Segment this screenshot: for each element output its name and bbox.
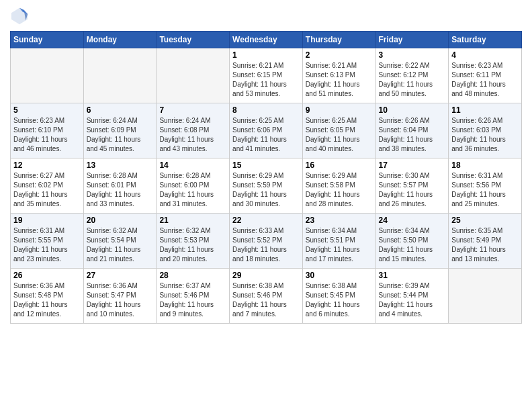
weekday-header-monday: Monday <box>83 32 157 48</box>
day-info: Sunrise: 6:24 AM Sunset: 6:09 PM Dayligh… <box>87 116 154 154</box>
calendar-cell: 17Sunrise: 6:30 AM Sunset: 5:57 PM Dayli… <box>375 158 449 214</box>
day-info: Sunrise: 6:29 AM Sunset: 5:58 PM Dayligh… <box>306 171 373 209</box>
day-info: Sunrise: 6:34 AM Sunset: 5:50 PM Dayligh… <box>379 226 446 264</box>
calendar-cell: 27Sunrise: 6:36 AM Sunset: 5:47 PM Dayli… <box>83 269 157 324</box>
calendar-cell: 8Sunrise: 6:25 AM Sunset: 6:06 PM Daylig… <box>230 103 303 158</box>
day-number: 1 <box>232 50 300 60</box>
week-row-4: 19Sunrise: 6:31 AM Sunset: 5:55 PM Dayli… <box>11 214 522 269</box>
week-row-5: 26Sunrise: 6:36 AM Sunset: 5:48 PM Dayli… <box>11 269 522 324</box>
day-info: Sunrise: 6:37 AM Sunset: 5:46 PM Dayligh… <box>159 281 226 319</box>
calendar-cell: 31Sunrise: 6:39 AM Sunset: 5:44 PM Dayli… <box>375 269 449 324</box>
day-number: 15 <box>232 161 300 170</box>
weekday-header-tuesday: Tuesday <box>157 32 230 48</box>
day-number: 18 <box>451 161 519 170</box>
day-number: 2 <box>306 50 373 60</box>
week-row-1: 1Sunrise: 6:21 AM Sunset: 6:15 PM Daylig… <box>11 48 522 103</box>
day-number: 7 <box>159 105 226 115</box>
day-number: 12 <box>13 161 81 170</box>
day-info: Sunrise: 6:27 AM Sunset: 6:02 PM Dayligh… <box>13 171 81 209</box>
calendar-cell: 14Sunrise: 6:28 AM Sunset: 6:00 PM Dayli… <box>157 158 230 214</box>
day-number: 28 <box>159 271 226 280</box>
day-info: Sunrise: 6:22 AM Sunset: 6:12 PM Dayligh… <box>379 61 446 99</box>
day-number: 17 <box>379 161 446 170</box>
day-number: 21 <box>159 216 226 225</box>
calendar-cell: 9Sunrise: 6:25 AM Sunset: 6:05 PM Daylig… <box>302 103 375 158</box>
week-row-2: 5Sunrise: 6:23 AM Sunset: 6:10 PM Daylig… <box>11 103 522 158</box>
weekday-header-saturday: Saturday <box>449 32 522 48</box>
day-info: Sunrise: 6:38 AM Sunset: 5:46 PM Dayligh… <box>232 281 300 319</box>
calendar-table: SundayMondayTuesdayWednesdayThursdayFrid… <box>10 31 522 324</box>
day-number: 26 <box>13 271 81 280</box>
day-info: Sunrise: 6:31 AM Sunset: 5:55 PM Dayligh… <box>13 226 81 264</box>
logo <box>10 7 32 26</box>
day-number: 23 <box>306 216 373 225</box>
day-info: Sunrise: 6:28 AM Sunset: 6:01 PM Dayligh… <box>87 171 154 209</box>
day-info: Sunrise: 6:26 AM Sunset: 6:04 PM Dayligh… <box>379 116 446 154</box>
calendar-cell: 2Sunrise: 6:21 AM Sunset: 6:13 PM Daylig… <box>302 48 375 103</box>
calendar-cell: 12Sunrise: 6:27 AM Sunset: 6:02 PM Dayli… <box>11 158 84 214</box>
calendar-cell: 10Sunrise: 6:26 AM Sunset: 6:04 PM Dayli… <box>375 103 449 158</box>
day-number: 10 <box>379 105 446 115</box>
day-info: Sunrise: 6:28 AM Sunset: 6:00 PM Dayligh… <box>159 171 226 209</box>
weekday-header-friday: Friday <box>375 32 449 48</box>
day-number: 19 <box>13 216 81 225</box>
day-number: 27 <box>87 271 154 280</box>
day-number: 13 <box>87 161 154 170</box>
calendar-cell: 7Sunrise: 6:24 AM Sunset: 6:08 PM Daylig… <box>157 103 230 158</box>
calendar-cell: 30Sunrise: 6:38 AM Sunset: 5:45 PM Dayli… <box>302 269 375 324</box>
day-info: Sunrise: 6:23 AM Sunset: 6:11 PM Dayligh… <box>451 61 519 99</box>
calendar-cell: 13Sunrise: 6:28 AM Sunset: 6:01 PM Dayli… <box>83 158 157 214</box>
day-number: 8 <box>232 105 300 115</box>
day-info: Sunrise: 6:36 AM Sunset: 5:47 PM Dayligh… <box>87 281 154 319</box>
day-number: 11 <box>451 105 519 115</box>
logo-icon <box>10 7 29 26</box>
calendar-cell: 29Sunrise: 6:38 AM Sunset: 5:46 PM Dayli… <box>230 269 303 324</box>
day-info: Sunrise: 6:25 AM Sunset: 6:05 PM Dayligh… <box>306 116 373 154</box>
day-info: Sunrise: 6:36 AM Sunset: 5:48 PM Dayligh… <box>13 281 81 319</box>
calendar-cell: 1Sunrise: 6:21 AM Sunset: 6:15 PM Daylig… <box>230 48 303 103</box>
day-info: Sunrise: 6:33 AM Sunset: 5:52 PM Dayligh… <box>232 226 300 264</box>
calendar-cell: 24Sunrise: 6:34 AM Sunset: 5:50 PM Dayli… <box>375 214 449 269</box>
day-info: Sunrise: 6:21 AM Sunset: 6:15 PM Dayligh… <box>232 61 300 99</box>
calendar-cell: 18Sunrise: 6:31 AM Sunset: 5:56 PM Dayli… <box>449 158 522 214</box>
day-info: Sunrise: 6:32 AM Sunset: 5:54 PM Dayligh… <box>87 226 154 264</box>
weekday-header-wednesday: Wednesday <box>230 32 303 48</box>
day-number: 3 <box>379 50 446 60</box>
day-number: 20 <box>87 216 154 225</box>
calendar-cell: 4Sunrise: 6:23 AM Sunset: 6:11 PM Daylig… <box>449 48 522 103</box>
day-number: 30 <box>306 271 373 280</box>
day-info: Sunrise: 6:25 AM Sunset: 6:06 PM Dayligh… <box>232 116 300 154</box>
calendar-cell: 5Sunrise: 6:23 AM Sunset: 6:10 PM Daylig… <box>11 103 84 158</box>
calendar-cell: 15Sunrise: 6:29 AM Sunset: 5:59 PM Dayli… <box>230 158 303 214</box>
calendar-cell <box>449 269 522 324</box>
day-number: 14 <box>159 161 226 170</box>
day-info: Sunrise: 6:23 AM Sunset: 6:10 PM Dayligh… <box>13 116 81 154</box>
header <box>10 7 522 26</box>
calendar-cell: 25Sunrise: 6:35 AM Sunset: 5:49 PM Dayli… <box>449 214 522 269</box>
day-number: 6 <box>87 105 154 115</box>
calendar-cell <box>11 48 84 103</box>
day-number: 29 <box>232 271 300 280</box>
day-info: Sunrise: 6:39 AM Sunset: 5:44 PM Dayligh… <box>379 281 446 319</box>
calendar-cell: 6Sunrise: 6:24 AM Sunset: 6:09 PM Daylig… <box>83 103 157 158</box>
day-info: Sunrise: 6:29 AM Sunset: 5:59 PM Dayligh… <box>232 171 300 209</box>
day-info: Sunrise: 6:24 AM Sunset: 6:08 PM Dayligh… <box>159 116 226 154</box>
day-info: Sunrise: 6:31 AM Sunset: 5:56 PM Dayligh… <box>451 171 519 209</box>
day-info: Sunrise: 6:32 AM Sunset: 5:53 PM Dayligh… <box>159 226 226 264</box>
day-info: Sunrise: 6:35 AM Sunset: 5:49 PM Dayligh… <box>451 226 519 264</box>
day-info: Sunrise: 6:38 AM Sunset: 5:45 PM Dayligh… <box>306 281 373 319</box>
weekday-header-thursday: Thursday <box>302 32 375 48</box>
calendar-cell: 23Sunrise: 6:34 AM Sunset: 5:51 PM Dayli… <box>302 214 375 269</box>
day-info: Sunrise: 6:21 AM Sunset: 6:13 PM Dayligh… <box>306 61 373 99</box>
day-number: 5 <box>13 105 81 115</box>
day-number: 16 <box>306 161 373 170</box>
day-number: 9 <box>306 105 373 115</box>
calendar-cell: 19Sunrise: 6:31 AM Sunset: 5:55 PM Dayli… <box>11 214 84 269</box>
day-number: 4 <box>451 50 519 60</box>
calendar-cell: 21Sunrise: 6:32 AM Sunset: 5:53 PM Dayli… <box>157 214 230 269</box>
calendar-cell: 11Sunrise: 6:26 AM Sunset: 6:03 PM Dayli… <box>449 103 522 158</box>
calendar-cell: 26Sunrise: 6:36 AM Sunset: 5:48 PM Dayli… <box>11 269 84 324</box>
day-info: Sunrise: 6:34 AM Sunset: 5:51 PM Dayligh… <box>306 226 373 264</box>
calendar-cell <box>83 48 157 103</box>
page-container: SundayMondayTuesdayWednesdayThursdayFrid… <box>0 0 532 411</box>
